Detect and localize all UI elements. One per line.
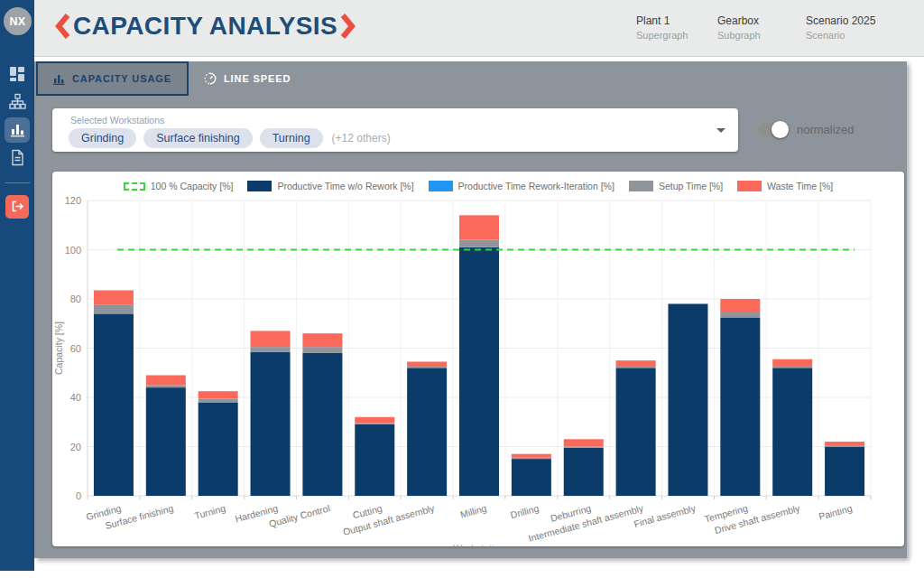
content-panel: CAPACITY USAGE LINE SPEED Selected Works… bbox=[34, 61, 907, 558]
bar-segment[interactable] bbox=[407, 367, 447, 368]
legend-swatch-dashed bbox=[124, 182, 145, 191]
bar-segment[interactable] bbox=[94, 290, 134, 304]
bar-segment[interactable] bbox=[616, 367, 656, 368]
workstation-select-label: Selected Workstations bbox=[70, 115, 164, 126]
y-tick-label: 120 bbox=[65, 195, 81, 206]
x-category-label: Turning bbox=[193, 502, 226, 521]
bar-chart-tab-icon bbox=[53, 73, 65, 85]
x-category-label: Quality Control bbox=[268, 502, 331, 529]
bar-segment[interactable] bbox=[459, 240, 499, 247]
bar-segment[interactable] bbox=[302, 347, 342, 353]
legend-label: Productive Time Rework-Iteration [%] bbox=[458, 181, 614, 191]
bar-segment[interactable] bbox=[146, 387, 186, 496]
legend-label: Setup Time [%] bbox=[659, 181, 723, 191]
context-supergraph-value: Plant 1 bbox=[636, 14, 688, 27]
workstation-chip[interactable]: Grinding bbox=[69, 128, 136, 148]
context-scenario[interactable]: Scenario 2025 Scenario bbox=[806, 14, 875, 41]
bar-segment[interactable] bbox=[616, 368, 656, 496]
bar-segment[interactable] bbox=[459, 247, 499, 496]
sidebar-item-capacity-analysis[interactable] bbox=[5, 116, 30, 144]
tab-line-speed[interactable]: LINE SPEED bbox=[189, 61, 306, 96]
bar-segment[interactable] bbox=[251, 347, 291, 351]
bar-segment[interactable] bbox=[199, 398, 238, 402]
bar-segment[interactable] bbox=[772, 359, 812, 367]
bar-segment[interactable] bbox=[146, 375, 186, 385]
bar-segment[interactable] bbox=[564, 447, 604, 448]
legend-item[interactable]: Productive Time w/o Rework [%] bbox=[247, 181, 413, 191]
bar-segment[interactable] bbox=[720, 299, 760, 312]
capacity-stacked-bar-chart[interactable]: 020406080100120GrindingSurface finishing… bbox=[52, 172, 904, 546]
y-tick-label: 60 bbox=[70, 343, 81, 354]
bar-segment[interactable] bbox=[512, 459, 551, 496]
bar-segment[interactable] bbox=[355, 417, 394, 424]
y-axis-title: Capacity [%] bbox=[53, 322, 64, 375]
legend-item[interactable]: Waste Time [%] bbox=[737, 181, 833, 191]
bar-segment[interactable] bbox=[355, 424, 394, 496]
bar-segment[interactable] bbox=[251, 352, 291, 496]
legend-item[interactable]: Productive Time Rework-Iteration [%] bbox=[429, 181, 614, 191]
normalized-toggle-label: normalized bbox=[797, 123, 855, 136]
title-bracket-left-icon bbox=[54, 13, 70, 40]
workstation-chip[interactable]: Surface finishing bbox=[143, 128, 252, 148]
bar-segment[interactable] bbox=[668, 303, 707, 496]
context-scenario-label: Scenario bbox=[806, 30, 875, 41]
workstation-select[interactable]: Selected Workstations GrindingSurface fi… bbox=[52, 108, 738, 152]
bar-segment[interactable] bbox=[407, 361, 447, 366]
bar-segment[interactable] bbox=[825, 442, 864, 445]
bar-segment[interactable] bbox=[772, 367, 812, 368]
bar-segment[interactable] bbox=[564, 448, 604, 496]
legend-item[interactable]: Setup Time [%] bbox=[629, 181, 723, 191]
bar-chart-icon bbox=[10, 122, 25, 137]
bar-segment[interactable] bbox=[720, 317, 760, 496]
context-supergraph-label: Supergraph bbox=[636, 30, 688, 41]
bar-segment[interactable] bbox=[772, 368, 812, 496]
bar-segment[interactable] bbox=[512, 458, 551, 459]
document-icon bbox=[10, 149, 25, 166]
legend: 100 % Capacity [%]Productive Time w/o Re… bbox=[52, 181, 904, 191]
bar-segment[interactable] bbox=[616, 360, 656, 367]
bar-segment[interactable] bbox=[94, 305, 134, 314]
bar-segment[interactable] bbox=[355, 424, 394, 424]
legend-swatch bbox=[429, 181, 453, 191]
bar-segment[interactable] bbox=[512, 454, 551, 458]
context-supergraph[interactable]: Plant 1 Supergraph bbox=[636, 14, 688, 41]
bar-segment[interactable] bbox=[251, 331, 291, 347]
workstation-chip[interactable]: Turning bbox=[260, 128, 323, 148]
sidebar-item-reports[interactable] bbox=[10, 144, 25, 172]
bar-segment[interactable] bbox=[302, 353, 342, 496]
context-subgraph-label: Subgraph bbox=[717, 30, 761, 41]
bar-segment[interactable] bbox=[94, 313, 134, 496]
bar-segment[interactable] bbox=[302, 333, 342, 347]
legend-swatch bbox=[247, 181, 272, 191]
bar-segment[interactable] bbox=[199, 402, 238, 496]
y-tick-label: 80 bbox=[70, 294, 81, 304]
y-tick-label: 0 bbox=[76, 490, 81, 501]
bar-segment[interactable] bbox=[199, 391, 238, 398]
logout-button[interactable] bbox=[5, 195, 29, 219]
legend-item[interactable]: 100 % Capacity [%] bbox=[124, 181, 234, 191]
active-nav-highlight bbox=[5, 117, 30, 143]
y-tick-label: 100 bbox=[65, 245, 81, 256]
sidebar-item-dashboard[interactable] bbox=[9, 60, 25, 88]
x-category-label: Painting bbox=[818, 502, 854, 521]
sidebar-item-logout[interactable] bbox=[5, 192, 29, 220]
toggle-knob[interactable] bbox=[772, 121, 789, 138]
bar-segment[interactable] bbox=[146, 385, 186, 387]
bar-segment[interactable] bbox=[825, 447, 864, 497]
x-axis-title: Workstation bbox=[453, 543, 505, 546]
speedometer-icon bbox=[204, 72, 217, 85]
bar-segment[interactable] bbox=[720, 312, 760, 317]
page-title: CAPACITY ANALYSIS bbox=[73, 12, 337, 41]
app-logo[interactable]: NX bbox=[4, 7, 32, 35]
bar-segment[interactable] bbox=[459, 215, 499, 239]
bar-segment[interactable] bbox=[825, 445, 864, 446]
tab-capacity-usage[interactable]: CAPACITY USAGE bbox=[36, 61, 189, 96]
sidebar-item-hierarchy[interactable] bbox=[9, 88, 26, 116]
y-tick-label: 20 bbox=[70, 442, 81, 452]
x-category-label: Drilling bbox=[509, 502, 540, 520]
dropdown-caret-icon[interactable] bbox=[716, 128, 725, 133]
context-subgraph[interactable]: Gearbox Subgraph bbox=[717, 14, 761, 41]
bar-segment[interactable] bbox=[564, 439, 604, 446]
normalized-toggle[interactable] bbox=[758, 123, 785, 136]
bar-segment[interactable] bbox=[407, 368, 447, 496]
